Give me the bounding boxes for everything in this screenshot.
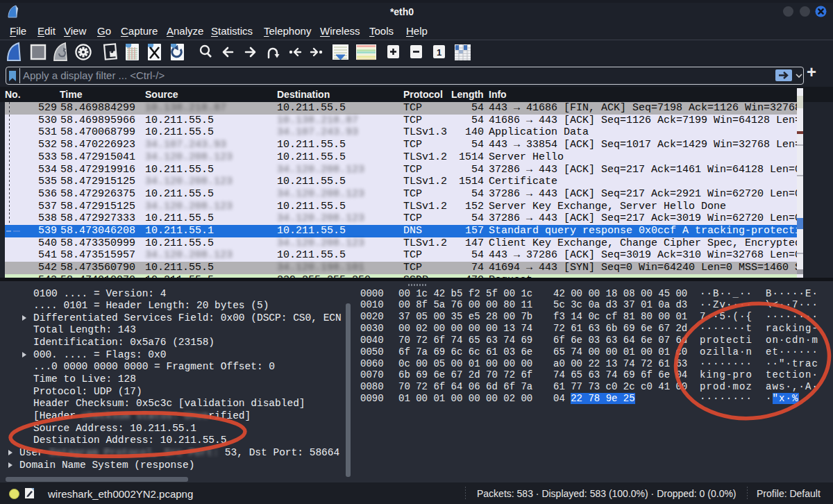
svg-text:1: 1 <box>437 47 441 58</box>
